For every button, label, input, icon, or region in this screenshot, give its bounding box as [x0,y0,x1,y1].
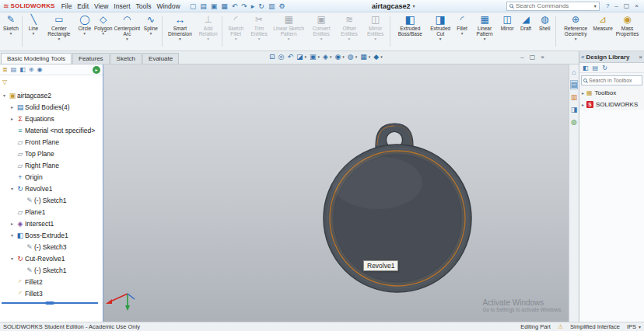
tree-item-fillet2[interactable]: ◜ Fillet2 [0,276,103,287]
zoom-to-fit-icon[interactable]: ⊡ [269,53,275,61]
menu-edit[interactable]: Edit [75,2,91,10]
configurationmanager-tab-icon[interactable]: ◧ [19,66,26,73]
ribbon-button-reference-geometry[interactable]: ⊕ Reference Geometry ▾ [558,13,593,50]
menu-file[interactable]: File [59,2,75,10]
expand-arrow-icon[interactable]: ▾ [9,256,16,261]
dropdown-caret-icon[interactable]: ▾ [10,31,12,36]
dropdown-caret-icon[interactable]: ▾ [369,54,371,59]
expand-arrow-icon[interactable]: ▸ [9,221,16,226]
design-library-icon[interactable]: ▤ [571,81,578,89]
tree-item-front-plane[interactable]: ▱ Front Plane [0,136,103,148]
view-palette-icon[interactable]: ◨ [571,106,578,113]
ribbon-button-mirror[interactable]: ◫ Mirror [498,13,516,50]
file-explorer-icon[interactable]: ▥ [571,93,578,101]
menu-tools[interactable]: Tools [134,2,154,10]
toolbox-search-input[interactable] [589,78,640,83]
ribbon-button-measure[interactable]: ⊿ Measure [593,13,612,50]
tab-features[interactable]: Features [72,53,110,64]
command-search-box[interactable]: ▾ [506,2,600,11]
dropdown-caret-icon[interactable]: ▾ [439,37,442,41]
menu-insert[interactable]: Insert [111,2,132,10]
model-canvas[interactable] [103,64,569,322]
ribbon-button-mass-properties[interactable]: ◉ Mass Properties [612,13,642,50]
appearances-scenes-icon[interactable]: ◍ [571,118,577,126]
doc-restore-icon[interactable]: ▢ [530,54,536,61]
dimxpertmanager-tab-icon[interactable]: ⊕ [29,66,34,73]
view-orientation-icon[interactable]: ▣ [310,53,317,61]
menu-view[interactable]: View [92,2,110,10]
dropdown-caret-icon[interactable]: ▾ [83,31,86,36]
dropdown-caret-icon[interactable]: ▾ [380,54,383,59]
search-commands-input[interactable] [516,2,592,9]
ribbon-button-spline[interactable]: ∿ Spline ▾ [142,13,160,50]
print-icon[interactable]: ▦ [219,2,229,10]
collapse-panel-icon[interactable]: « [581,54,584,61]
ribbon-button-linear-pattern[interactable]: ▦ Linear Pattern ▾ [471,13,498,50]
tree-item-origin[interactable]: + Origin [0,171,103,183]
undo-icon[interactable]: ↶ [230,2,240,10]
options-icon[interactable]: ⚙ [277,2,286,10]
tree-item-sketch1[interactable]: ✎ (-) Sketch1 [0,194,103,206]
section-view-icon[interactable]: ◪ [296,53,303,61]
ribbon-button-centerpoint-arc[interactable]: ◠ Centerpoint Arc ▾ [113,13,142,50]
ribbon-button-smart-dimension[interactable]: ↔ Smart Dimension ▾ [164,13,196,50]
dropdown-caret-icon[interactable]: ▾ [318,54,320,59]
units-selector[interactable]: IPS [627,323,636,330]
expand-arrow-icon[interactable]: ▸ [582,90,584,96]
display-style-icon[interactable]: ◈ [323,53,328,61]
tree-item-solid-bodies[interactable]: ▸ ▤ Solid Bodies(4) [0,101,103,113]
hide-show-items-icon[interactable]: ◉ [334,53,341,61]
tree-item-material[interactable]: ≡ Material <not specified> [0,124,103,136]
dropdown-caret-icon[interactable]: ▾ [342,54,345,59]
expand-arrow-icon[interactable]: ▾ [1,92,8,98]
open-icon[interactable]: ▤ [198,2,208,10]
tab-basic-modeling-tools[interactable]: Basic Modeling Tools [1,53,72,64]
graphics-viewport[interactable]: Revolve1 Activate Windows Go to Settings… [103,64,569,322]
previous-view-icon[interactable]: ↶ [287,53,293,61]
featuremanager-tab-icon[interactable]: ≣ [2,66,8,73]
dropdown-caret-icon[interactable]: ▾ [575,37,577,41]
tree-item-intersect1[interactable]: ▸ ◈ Intersect1 [0,218,103,229]
refresh-icon[interactable]: ↻ [602,64,607,71]
doc-minimize-icon[interactable]: – [520,54,523,61]
close-button[interactable]: × [632,2,641,9]
ribbon-button-extruded-boss-base[interactable]: ◧ Extruded Boss/Base [392,13,428,50]
document-title-caret-icon[interactable]: ▾ [412,3,415,9]
menu-window[interactable]: Window [154,2,182,10]
solidworks-resources-icon[interactable]: ⌂ [572,68,576,76]
tree-item-top-plane[interactable]: ▱ Top Plane [0,148,103,159]
apply-scene-icon[interactable]: ▦ [360,53,367,61]
file-properties-icon[interactable]: ▥ [267,2,277,10]
panel-expand-icon[interactable]: ▸ [93,66,100,74]
add-to-library-icon[interactable]: ◧ [583,64,589,71]
help-icon[interactable]: ? [604,2,611,9]
dropdown-caret-icon[interactable]: ▾ [126,37,128,41]
rollback-bar[interactable] [2,302,98,304]
tree-item-airtagcase2[interactable]: ▾ ▣ airtagcase2 [0,89,103,101]
tab-sketch[interactable]: Sketch [110,53,142,64]
new-icon[interactable]: ▢ [188,2,198,10]
tree-item-cut-revolve1[interactable]: ▾ ↻ Cut-Revolve1 [0,253,103,264]
tree-item-right-plane[interactable]: ▱ Right Plane [0,159,103,171]
ribbon-button-line[interactable]: ╲ Line ▾ [24,13,43,50]
search-caret-icon[interactable]: ▾ [594,3,597,9]
dropdown-caret-icon[interactable]: ▾ [179,37,181,41]
dropdown-caret-icon[interactable]: ▾ [149,31,152,36]
toolbox-search-box[interactable] [581,75,642,85]
zoom-to-area-icon[interactable]: ◎ [278,53,285,61]
dropdown-caret-icon[interactable]: ▾ [33,31,35,36]
status-alert-icon[interactable]: ⚠ [558,323,563,330]
displaymanager-tab-icon[interactable]: ◉ [37,66,43,73]
expand-arrow-icon[interactable]: ▸ [9,104,16,110]
tree-item-plane1[interactable]: ▱ Plane1 [0,206,103,218]
dropdown-caret-icon[interactable]: ▾ [58,37,60,41]
propertymanager-tab-icon[interactable]: ▤ [11,66,17,73]
expand-arrow-icon[interactable]: ▸ [582,102,584,107]
view-settings-icon[interactable]: ◆ [373,53,379,61]
add-file-location-icon[interactable]: ▤ [593,64,599,71]
ribbon-button-sketch[interactable]: ✎ Sketch ▾ [2,13,20,50]
filter-icon[interactable]: ▽ [2,78,7,85]
tree-item-fillet3[interactable]: ◜ Fillet3 [0,287,103,299]
expand-arrow-icon[interactable]: ▸ [9,116,16,121]
tree-item-equations[interactable]: ▸ Σ Equations [0,113,103,124]
